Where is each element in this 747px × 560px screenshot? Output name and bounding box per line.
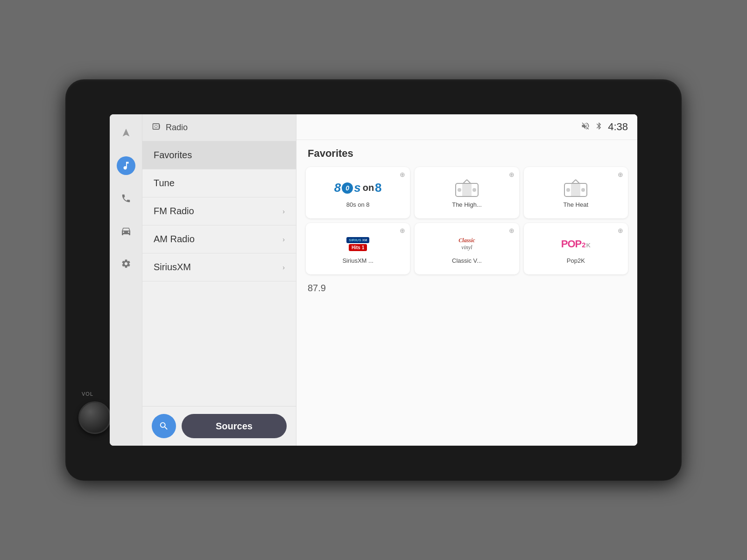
svg-point-10 bbox=[566, 188, 570, 192]
sidebar-item-navigation[interactable] bbox=[117, 124, 135, 142]
favorite-the-high[interactable]: ⊕ The High... bbox=[415, 167, 519, 218]
menu-item-favorites[interactable]: Favorites bbox=[142, 141, 296, 169]
radio-header-icon bbox=[152, 122, 161, 133]
search-button[interactable] bbox=[152, 414, 176, 438]
svg-rect-1 bbox=[462, 183, 472, 196]
add-favorite-icon-6[interactable]: ⊕ bbox=[618, 227, 623, 234]
siriusxm-hits-label: SiriusXM ... bbox=[342, 257, 373, 264]
menu-item-favorites-label: Favorites bbox=[154, 150, 192, 161]
current-station-display: 87.9 bbox=[296, 278, 637, 298]
the-high-label: The High... bbox=[452, 201, 482, 208]
bluetooth-icon bbox=[595, 122, 603, 133]
svg-line-9 bbox=[576, 180, 579, 183]
menu-header: Radio bbox=[142, 114, 296, 141]
menu-items: Favorites Tune FM Radio › AM Radio › Sir… bbox=[142, 141, 296, 406]
sidebar-item-phone[interactable] bbox=[117, 189, 135, 208]
svg-point-11 bbox=[581, 188, 585, 192]
classic-vinyl-logo: Classic vinyl bbox=[451, 233, 483, 254]
classic-vinyl-label: Classic V... bbox=[452, 257, 482, 264]
sidebar-item-settings[interactable] bbox=[117, 254, 135, 273]
favorite-80s-on-8[interactable]: ⊕ 8 0 s on 8 80s on 8 bbox=[306, 167, 410, 218]
clock-display: 4:38 bbox=[608, 121, 628, 133]
menu-item-am-label: AM Radio bbox=[154, 234, 195, 245]
the-heat-logo bbox=[559, 177, 592, 198]
svg-line-2 bbox=[463, 180, 467, 183]
screen: Radio Favorites Tune FM Radio › AM Radio… bbox=[110, 114, 637, 446]
favorite-classic-vinyl[interactable]: ⊕ Classic vinyl Classic V... bbox=[415, 223, 519, 274]
am-radio-arrow-icon: › bbox=[282, 236, 285, 243]
menu-panel: Radio Favorites Tune FM Radio › AM Radio… bbox=[142, 114, 296, 446]
siriusxm-arrow-icon: › bbox=[282, 264, 285, 271]
content-header: 4:38 bbox=[296, 114, 637, 140]
menu-item-siriusxm[interactable]: SiriusXM › bbox=[142, 253, 296, 281]
menu-item-fm-label: FM Radio bbox=[154, 206, 194, 217]
menu-item-tune-label: Tune bbox=[154, 178, 175, 189]
siriusxm-hits-logo: SIRIUS XM Hits 1 bbox=[342, 233, 374, 254]
the-high-logo bbox=[451, 177, 483, 198]
favorite-pop2k[interactable]: ⊕ POP 2 K Pop2K bbox=[524, 223, 628, 274]
svg-point-5 bbox=[472, 188, 476, 192]
menu-header-title: Radio bbox=[166, 123, 188, 133]
sidebar-item-car[interactable] bbox=[117, 222, 135, 240]
favorite-siriusxm-hits[interactable]: ⊕ SIRIUS XM Hits 1 SiriusXM ... bbox=[306, 223, 410, 274]
add-favorite-icon[interactable]: ⊕ bbox=[400, 171, 405, 178]
car-bezel: VOL bbox=[65, 79, 682, 481]
sidebar bbox=[110, 114, 142, 446]
pop2k-logo: POP 2 K bbox=[559, 233, 592, 254]
menu-item-am-radio[interactable]: AM Radio › bbox=[142, 225, 296, 253]
favorites-section-title: Favorites bbox=[296, 140, 637, 163]
content-panel: 4:38 Favorites ⊕ 8 0 s on 8 bbox=[296, 114, 637, 446]
volume-knob[interactable] bbox=[78, 401, 111, 434]
fm-radio-arrow-icon: › bbox=[282, 208, 285, 215]
sources-button[interactable]: Sources bbox=[182, 414, 287, 438]
menu-item-siriusxm-label: SiriusXM bbox=[154, 262, 191, 273]
menu-item-fm-radio[interactable]: FM Radio › bbox=[142, 197, 296, 225]
mute-icon bbox=[581, 121, 590, 133]
svg-rect-7 bbox=[571, 183, 580, 196]
80s-on-8-label: 80s on 8 bbox=[346, 201, 370, 208]
svg-line-3 bbox=[467, 180, 471, 183]
the-heat-label: The Heat bbox=[564, 201, 588, 208]
80s-on-8-logo: 8 0 s on 8 bbox=[342, 177, 374, 198]
add-favorite-icon-5[interactable]: ⊕ bbox=[509, 227, 514, 234]
vol-label: VOL bbox=[82, 391, 93, 397]
menu-bottom-bar: Sources bbox=[142, 406, 296, 446]
pop2k-label: Pop2K bbox=[567, 257, 585, 264]
svg-point-4 bbox=[458, 188, 461, 192]
sidebar-item-music[interactable] bbox=[117, 156, 135, 175]
favorites-grid: ⊕ 8 0 s on 8 80s on 8 ⊕ bbox=[296, 163, 637, 278]
status-icons: 4:38 bbox=[581, 121, 628, 133]
favorite-the-heat[interactable]: ⊕ The Heat bbox=[524, 167, 628, 218]
svg-line-8 bbox=[572, 180, 576, 183]
add-favorite-icon-2[interactable]: ⊕ bbox=[509, 171, 514, 178]
menu-item-tune[interactable]: Tune bbox=[142, 169, 296, 197]
sources-button-label: Sources bbox=[216, 421, 253, 432]
add-favorite-icon-3[interactable]: ⊕ bbox=[618, 171, 623, 178]
add-favorite-icon-4[interactable]: ⊕ bbox=[400, 227, 405, 234]
